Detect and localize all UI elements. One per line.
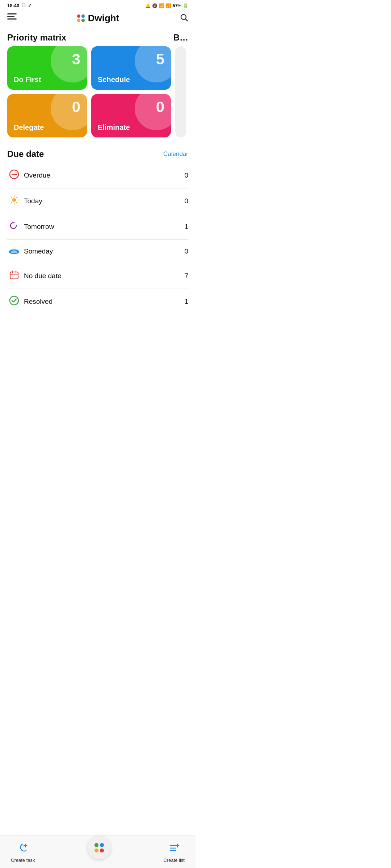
app-title: Dwight [77,13,119,24]
battery-icon: 🔋 [183,3,188,8]
app-name: Dwight [88,13,119,24]
alarm-icon: 🔔 [145,3,151,8]
priority-matrix-grid: 3 Do First 0 Delegate 5 Schedule 0 Elimi… [0,46,196,145]
delegate-label: Delegate [14,123,80,132]
due-item-resolved[interactable]: Resolved 1 [7,289,188,314]
schedule-count: 5 [156,51,164,68]
do-first-label: Do First [14,76,80,84]
logo-dots [77,14,85,22]
top-nav: Dwight [0,10,196,28]
tomorrow-count: 1 [181,223,188,231]
tomorrow-icon [7,221,21,233]
status-right: 🔔 🔇 📶 📶 57% 🔋 [145,3,188,8]
main-content: Priority matrix B… 3 Do First 0 Delegate… [0,28,196,347]
calendar-link[interactable]: Calendar [163,150,188,158]
time-display: 18:40 [7,3,19,8]
due-date-title: Due date [7,149,44,159]
today-count: 0 [181,197,188,205]
due-date-header: Due date Calendar [0,145,196,163]
logo-dot-yellow [77,19,80,22]
resolved-count: 1 [181,298,188,306]
matrix-card-delegate[interactable]: 0 Delegate [7,94,87,137]
svg-line-5 [186,19,188,21]
svg-rect-1 [7,16,14,17]
wifi-icon: 📶 [159,3,164,8]
today-label: Today [24,197,181,205]
no-due-date-label: No due date [24,272,181,280]
delegate-count: 0 [72,98,80,116]
priority-matrix-header: Priority matrix B… [0,28,196,46]
overdue-icon [7,169,21,182]
matrix-card-schedule[interactable]: 5 Schedule [91,46,171,90]
logo-dot-red [77,14,80,18]
status-left: 18:40 ☐ ✓ [7,3,32,8]
resolved-label: Resolved [24,298,181,306]
svg-point-8 [12,198,16,202]
filter-icon[interactable] [7,13,17,24]
svg-rect-19 [10,272,18,279]
status-bar: 18:40 ☐ ✓ 🔔 🔇 📶 📶 57% 🔋 [0,0,196,10]
someday-label: Someday [24,247,181,255]
check-icon: ✓ [28,3,32,8]
due-item-today[interactable]: Today 0 [7,188,188,214]
backlog-label: B… [173,33,188,43]
signal-icon: 📶 [166,3,171,8]
sim-icon: ☐ [21,3,26,8]
do-first-count: 3 [72,51,80,68]
partial-next-section [175,46,186,137]
tomorrow-label: Tomorrow [24,223,181,231]
logo-dot-green [81,19,85,22]
someday-count: 0 [181,247,188,255]
due-item-tomorrow[interactable]: Tomorrow 1 [7,214,188,240]
due-date-list: Overdue 0 Today 0 [0,163,196,314]
eliminate-count: 0 [156,98,164,116]
resolved-icon [7,295,21,308]
logo-dot-blue [81,14,85,18]
overdue-label: Overdue [24,171,181,179]
search-icon[interactable] [180,13,188,24]
eliminate-label: Eliminate [98,123,164,132]
svg-point-23 [10,296,18,305]
matrix-card-do-first[interactable]: 3 Do First [7,46,87,90]
matrix-col-2: 5 Schedule 0 Eliminate [91,46,171,137]
matrix-card-eliminate[interactable]: 0 Eliminate [91,94,171,137]
due-item-overdue[interactable]: Overdue 0 [7,163,188,188]
svg-rect-0 [7,13,17,14]
svg-rect-2 [7,18,17,20]
due-item-no-due-date[interactable]: No due date 7 [7,263,188,289]
svg-rect-3 [7,21,13,21]
no-due-date-count: 7 [181,272,188,280]
svg-line-15 [11,202,12,203]
someday-icon [7,246,21,256]
svg-line-14 [16,202,17,203]
schedule-label: Schedule [98,76,164,84]
due-item-someday[interactable]: Someday 0 [7,240,188,263]
today-icon [7,195,21,207]
mute-icon: 🔇 [152,3,157,8]
priority-matrix-title: Priority matrix [7,33,66,43]
battery-text: 57% [173,3,181,8]
no-due-date-icon [7,270,21,282]
overdue-count: 0 [181,171,188,179]
matrix-col-1: 3 Do First 0 Delegate [7,46,87,137]
svg-line-13 [11,197,12,198]
svg-line-16 [16,197,17,198]
